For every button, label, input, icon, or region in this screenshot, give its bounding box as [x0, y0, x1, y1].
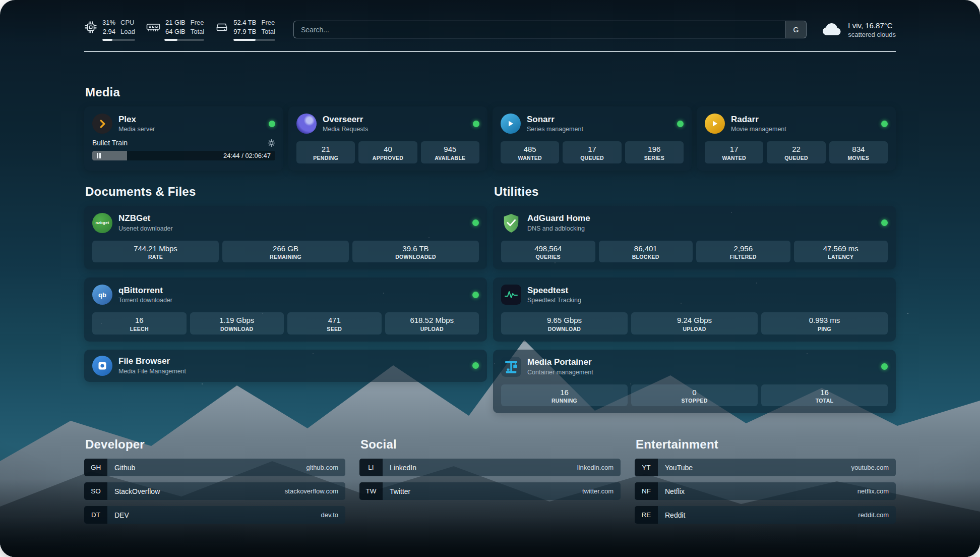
app-card-qbittorrent[interactable]: qb qBittorrent Torrent downloader 16 LEE… [84, 277, 487, 342]
disk-icon [215, 21, 228, 33]
app-name: Radarr [731, 115, 786, 125]
search-engine-button[interactable]: G [785, 21, 806, 38]
stat-box: 16 RUNNING [501, 384, 628, 407]
nzbget-icon: nzbget [92, 213, 112, 233]
stat-box: 22 QUEUED [767, 141, 825, 163]
ram-usage-bar [164, 39, 204, 41]
dev-badge-icon: DT [84, 506, 107, 524]
netflix-badge-icon: NF [635, 482, 658, 500]
stat-box: 471 SEED [287, 312, 382, 335]
disk-free-value: 52.4 TB [233, 18, 256, 27]
app-card-filebrowser[interactable]: File Browser Media File Management [84, 350, 487, 382]
app-name: qBittorrent [118, 286, 172, 296]
github-badge-icon: GH [84, 459, 107, 476]
ram-widget: 21 GiB 64 GiB Free Total [146, 18, 204, 41]
cpu-widget: 31% 2.94 CPU Load [84, 18, 135, 41]
stat-box: 744.21 Mbps RATE [92, 241, 219, 263]
youtube-badge-icon: YT [635, 459, 658, 476]
bookmark-youtube[interactable]: YT YouTube youtube.com [635, 459, 896, 476]
section-title-media: Media [85, 85, 896, 99]
disk-total-value: 97.9 TB [233, 27, 256, 36]
portainer-crane-icon [501, 357, 521, 377]
linkedin-badge-icon: LI [359, 459, 383, 476]
bookmark-linkedin[interactable]: LI LinkedIn linkedin.com [359, 459, 621, 476]
settings-gear-icon[interactable] [268, 139, 275, 147]
app-card-sonarr[interactable]: Sonarr Series management 485 WANTED 17 Q… [493, 106, 692, 171]
app-subtitle: Torrent downloader [118, 297, 172, 304]
search-input[interactable] [294, 21, 785, 38]
app-card-nzbget[interactable]: nzbget NZBGet Usenet downloader 744.21 M… [84, 206, 487, 270]
adguard-shield-icon [501, 213, 521, 233]
app-subtitle: Container management [527, 369, 593, 376]
section-title-social: Social [360, 437, 621, 452]
stat-box: 86,401 BLOCKED [599, 241, 693, 263]
reddit-badge-icon: RE [635, 506, 658, 524]
section-title-entertainment: Entertainment [636, 437, 896, 452]
pause-icon[interactable] [97, 153, 101, 158]
stat-box: 0.993 ms PING [761, 312, 888, 335]
dashboard-window: 31% 2.94 CPU Load [0, 0, 980, 557]
app-name: Media Portainer [527, 357, 593, 367]
section-title-documents: Documents & Files [85, 185, 487, 199]
disk-label-bottom: Total [261, 27, 275, 36]
status-dot [472, 219, 479, 226]
stat-box: 9.65 Gbps DOWNLOAD [501, 312, 628, 335]
stat-box: 16 TOTAL [761, 384, 888, 407]
stat-box: 498,564 QUERIES [501, 241, 595, 263]
bookmark-github[interactable]: GH Github github.com [84, 459, 345, 476]
status-dot [472, 292, 479, 298]
stat-box: 9.24 Gbps UPLOAD [631, 312, 758, 335]
playback-progress-bar[interactable]: 24:44 / 02:06:47 [92, 151, 275, 160]
ram-icon [146, 21, 160, 33]
app-name: Sonarr [527, 115, 583, 125]
app-card-radarr[interactable]: Radarr Movie management 17 WANTED 22 QUE… [697, 106, 896, 171]
search-bar: G [293, 21, 807, 38]
stackoverflow-badge-icon: SO [84, 482, 107, 500]
cpu-percent: 31% [102, 18, 115, 27]
twitter-badge-icon: TW [359, 482, 383, 500]
bookmark-twitter[interactable]: TW Twitter twitter.com [359, 482, 621, 500]
stat-box: 17 WANTED [705, 141, 763, 163]
stat-box: 945 AVAILABLE [421, 141, 479, 163]
app-name: AdGuard Home [527, 213, 590, 224]
bookmark-netflix[interactable]: NF Netflix netflix.com [635, 482, 896, 500]
cpu-label-top: CPU [120, 18, 135, 27]
stat-box: 39.6 TB DOWNLOADED [352, 241, 479, 263]
plex-icon [92, 114, 112, 134]
filebrowser-icon [92, 356, 112, 376]
cpu-label-bottom: Load [120, 27, 135, 36]
app-card-speedtest[interactable]: Speedtest Speedtest Tracking 9.65 Gbps D… [493, 277, 896, 342]
overseerr-icon [296, 114, 317, 134]
now-playing-title: Bullet Train [92, 139, 128, 147]
stat-box: 17 QUEUED [563, 141, 621, 163]
bookmark-reddit[interactable]: RE Reddit reddit.com [635, 506, 896, 524]
cpu-load-value: 2.94 [103, 27, 115, 36]
section-title-utilities: Utilities [494, 185, 896, 199]
stat-box: 40 APPROVED [358, 141, 417, 163]
ram-total-value: 64 GiB [165, 27, 186, 36]
ram-label-top: Free [191, 18, 204, 27]
bookmark-group-social: Social LI LinkedIn linkedin.com TW Twitt… [359, 437, 621, 530]
disk-widget: 52.4 TB 97.9 TB Free Total [215, 18, 275, 41]
weather-condition: scattered clouds [848, 31, 896, 38]
stat-box: 1.19 Gbps DOWNLOAD [190, 312, 284, 335]
qbittorrent-icon: qb [92, 285, 112, 305]
app-subtitle: Speedtest Tracking [527, 297, 581, 304]
app-card-overseerr[interactable]: Overseerr Media Requests 21 PENDING 40 A… [288, 106, 487, 171]
app-subtitle: Media File Management [118, 368, 186, 375]
app-name: NZBGet [118, 213, 173, 224]
status-dot [881, 363, 888, 370]
disk-label-top: Free [261, 18, 275, 27]
stat-box: 618.52 Mbps UPLOAD [385, 312, 479, 335]
app-subtitle: Movie management [731, 126, 786, 133]
app-card-plex[interactable]: Plex Media server Bullet Train [84, 106, 283, 171]
app-name: Overseerr [323, 115, 368, 125]
app-card-adguard[interactable]: AdGuard Home DNS and adblocking 498,564 … [493, 206, 896, 270]
status-dot [269, 121, 275, 127]
cloud-icon [822, 22, 842, 38]
section-title-developer: Developer [85, 437, 345, 452]
status-dot [677, 121, 684, 127]
app-card-portainer[interactable]: Media Portainer Container management 16 … [493, 350, 896, 414]
bookmark-dev[interactable]: DT DEV dev.to [84, 506, 345, 524]
bookmark-stackoverflow[interactable]: SO StackOverflow stackoverflow.com [84, 482, 345, 500]
